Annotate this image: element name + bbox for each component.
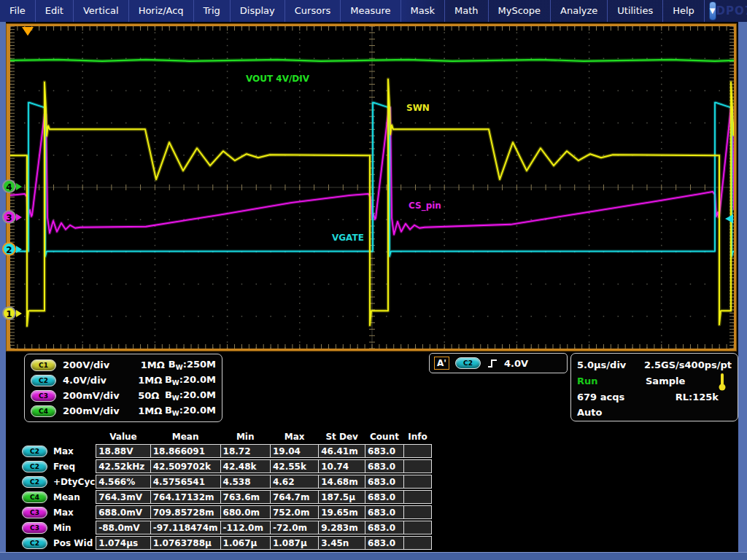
meas-value-cell [403,475,431,489]
menu-item-analyze[interactable]: Analyze [551,0,608,22]
meas-value-cell [403,445,431,458]
channel-bandwidth: BW:20.0M [165,389,216,402]
menu-item-mask[interactable]: Mask [401,0,445,22]
trigger-level-value: 4.0V [504,358,528,369]
channel-row-c4[interactable]: C4200mV/div1MΩBW:20.0M [31,403,216,419]
measurement-table: ValueMeanMinMaxSt DevCountInfoC2Max18.88… [22,430,432,551]
acquisition-count: 679 acqs [577,392,624,402]
channel-badge-c2: C2 [31,375,56,386]
channel-bandwidth: BW:250M [169,359,216,371]
meas-source-badge: C2 [22,461,47,472]
menu-item-utilities[interactable]: Utilities [608,0,663,22]
timebase-box[interactable]: 5.0μs/div 2.5GS/s 400ps/pt Run Sample 67… [570,353,738,421]
meas-value-cell: 763.6m [220,491,270,504]
menu-item-measure[interactable]: Measure [341,0,400,22]
channel-badge-c4: C4 [31,405,56,417]
meas-value-cell: 18.72 [220,445,270,458]
measurement-row: C3Min-88.0mV-97.118474m-112.0m-72.0m9.28… [22,521,432,534]
meas-value-cell: 683.0 [365,491,404,504]
meas-source-badge: C3 [22,522,47,534]
menu-item-myscope[interactable]: MyScope [489,0,551,22]
meas-value-cell: 46.41m [319,445,365,458]
channel-impedance: 1MΩ [138,375,165,386]
meas-header-st-dev: St Dev [319,430,365,445]
meas-name: Freq [53,462,75,472]
channel-bandwidth: BW:20.0M [165,374,216,386]
trigger-ab-label: A' [434,357,449,370]
waveform-display[interactable]: VOUT 4V/DIVSWNCS_pinVGATE [10,26,734,349]
channel-marker-3[interactable]: 3 [2,210,16,224]
menu-item-horizacq[interactable]: Horiz/Acq [129,0,194,22]
meas-value-cell: 9.283m [319,521,365,534]
menu-item-vertical[interactable]: Vertical [74,0,129,22]
channel-readout-box: C1200V/div1MΩBW:250MC24.0V/div1MΩBW:20.0… [24,354,222,422]
meas-source-badge: C3 [22,507,47,518]
meas-value-cell: 1.067μ [220,537,270,550]
scope-content: VOUT 4V/DIVSWNCS_pinVGATE C1200V/div1MΩB… [6,22,738,552]
wave-label-swn: SWN [406,103,430,113]
channel-row-c2[interactable]: C24.0V/div1MΩBW:20.0M [31,373,216,388]
trace-c2-vgate [10,103,734,257]
channel-row-c3[interactable]: C3200mV/div50ΩBW:20.0M [31,388,216,403]
meas-value-cell [403,521,431,534]
channel-bandwidth: BW:20.0M [165,405,216,417]
meas-header-count: Count [365,430,404,445]
meas-value-cell: 4.5756541 [150,475,220,489]
meas-header-value: Value [96,430,150,445]
oscilloscope-app: { "titlebar": { "menu": ["File","Edit","… [0,0,747,560]
meas-value-cell: 18.866091 [150,445,220,458]
meas-source-badge: C2 [22,537,47,549]
channel-marker-1[interactable]: 1 [2,306,16,320]
trigger-position-icon[interactable] [22,27,34,36]
trigger-mode: Auto [577,407,602,418]
channel-marker-2[interactable]: 2 [2,242,16,256]
temperature-icon [719,373,726,392]
menu-dropdown-button[interactable]: ▼ [709,1,716,20]
meas-value-cell: 683.0 [365,475,404,489]
meas-value-cell: -112.0m [220,521,270,534]
channel-scale: 200V/div [63,359,141,370]
meas-name: Min [53,523,71,533]
meas-value-cell: 187.5μ [319,491,365,504]
menu-item-math[interactable]: Math [445,0,489,22]
meas-source-badge: C2 [22,476,47,488]
channel-badge-c1: C1 [31,359,56,371]
meas-value-cell: 709.85728m [150,506,220,519]
meas-value-cell: 18.88V [96,445,150,458]
meas-value-cell: 680.0m [220,506,270,519]
meas-value-cell: -88.0mV [96,521,150,534]
trigger-level-arrow[interactable] [725,214,733,223]
meas-value-cell: 683.0 [365,506,404,519]
meas-value-cell: 764.7m [270,491,318,504]
meas-header-min: Min [220,430,270,445]
meas-value-cell: 14.68m [319,475,365,489]
meas-name: Max [53,508,74,518]
trigger-readout-box[interactable]: A' C2 4.0V [429,353,568,373]
meas-value-cell: 42.52kHz [96,460,150,473]
menu-item-cursors[interactable]: Cursors [285,0,341,22]
channel-marker-4[interactable]: 4 [2,179,16,193]
menu-item-trig[interactable]: Trig [194,0,231,22]
meas-value-cell: 688.0mV [96,506,150,519]
title-bar: FileEditVerticalHoriz/AcqTrigDisplayCurs… [0,0,747,22]
graticule-frame: VOUT 4V/DIVSWNCS_pinVGATE [6,23,737,351]
meas-value-cell: 683.0 [365,537,404,550]
menu-item-display[interactable]: Display [231,0,285,22]
trace-c4-vout [10,60,734,61]
meas-value-cell: 752.0m [270,506,318,519]
channel-scale: 200mV/div [63,390,138,401]
menu-item-file[interactable]: File [0,0,36,22]
meas-value-cell: 10.74 [319,460,365,473]
menu-bar: FileEditVerticalHoriz/AcqTrigDisplayCurs… [0,0,705,22]
channel-impedance: 1MΩ [138,405,165,416]
menu-item-edit[interactable]: Edit [36,0,74,22]
meas-value-cell: 1.0763788μ [150,537,220,550]
meas-source-badge: C4 [22,491,47,503]
channel-row-c1[interactable]: C1200V/div1MΩBW:250M [31,357,216,373]
menu-item-help[interactable]: Help [663,0,705,22]
channel-scale: 200mV/div [63,405,138,416]
model-label: DPO7104 [716,4,747,18]
meas-value-cell: 683.0 [365,521,404,534]
meas-value-cell: 683.0 [365,460,404,473]
rising-edge-icon [487,358,498,369]
